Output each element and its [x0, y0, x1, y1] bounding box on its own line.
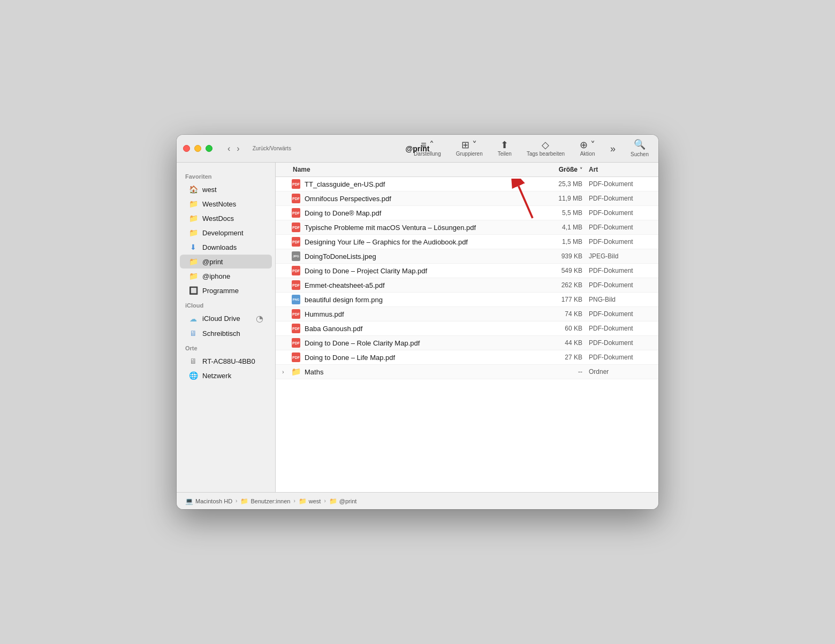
table-row[interactable]: PDF Hummus.pdf 74 KB PDF-Dokument — [276, 307, 658, 321]
file-size: 5,5 MB — [529, 209, 582, 217]
sidebar-item-westnotes[interactable]: 📁 WestNotes — [180, 197, 272, 211]
close-button[interactable] — [183, 145, 190, 152]
icloud-timer-icon: ◔ — [256, 313, 263, 324]
file-size: 549 KB — [529, 267, 582, 274]
col-kind-header[interactable]: Art — [582, 166, 652, 173]
file-name: Omnifocus Perspectives.pdf — [305, 195, 529, 203]
file-size: 1,5 MB — [529, 238, 582, 246]
search-icon: 🔍 — [634, 140, 646, 149]
favorites-label: Favoriten — [177, 169, 275, 182]
file-kind: PDF-Dokument — [582, 310, 652, 318]
table-row[interactable]: PDF Doing to Done® Map.pdf 5,5 MB PDF-Do… — [276, 206, 658, 220]
finder-window: ‹ › Zurück/Vorwärts @print ≡ ˄ Darstellu… — [177, 135, 658, 509]
table-row[interactable]: PDF Emmet-cheatsheet-a5.pdf 262 KB PDF-D… — [276, 278, 658, 293]
icloud-label: iCloud — [177, 298, 275, 311]
file-kind: PDF-Dokument — [582, 354, 652, 361]
file-name: Doing to Done – Project Clarity Map.pdf — [305, 267, 529, 275]
more-button[interactable]: » — [607, 143, 619, 155]
file-size: 60 KB — [529, 325, 582, 332]
tags-button[interactable]: ◇ Tags bearbeiten — [523, 139, 568, 158]
pdf-icon: PDF — [291, 323, 301, 334]
sidebar-item-print[interactable]: 📁 @print — [180, 255, 272, 269]
minimize-button[interactable] — [194, 145, 201, 152]
col-name-header[interactable]: Name — [282, 166, 529, 173]
pdf-icon: PDF — [291, 309, 301, 319]
file-kind: PDF-Dokument — [582, 180, 652, 188]
file-name: beautiful design form.png — [305, 296, 529, 304]
table-row[interactable]: PDF Designing Your Life – Graphics for t… — [276, 235, 658, 249]
table-row[interactable]: PDF Typische Probleme mit macOS Ventura … — [276, 220, 658, 235]
file-kind: PNG-Bild — [582, 296, 652, 303]
file-name: Doing to Done – Role Clarity Map.pdf — [305, 339, 529, 347]
sidebar-item-programme-label: Programme — [202, 287, 239, 295]
breadcrumb-print-label: @print — [339, 498, 357, 504]
table-row[interactable]: PDF Baba Ganoush.pdf 60 KB PDF-Dokument — [276, 321, 658, 336]
sidebar-item-west[interactable]: 🏠 west — [180, 182, 272, 196]
sidebar-item-westdocs[interactable]: 📁 WestDocs — [180, 211, 272, 225]
titlebar: ‹ › Zurück/Vorwärts @print ≡ ˄ Darstellu… — [177, 135, 658, 163]
sidebar-item-router-label: RT-AC88U-4BB0 — [202, 357, 255, 365]
file-name: Baba Ganoush.pdf — [305, 325, 529, 333]
table-row[interactable]: PDF Doing to Done – Project Clarity Map.… — [276, 264, 658, 278]
maximize-button[interactable] — [206, 145, 212, 152]
back-button[interactable]: ‹ — [225, 143, 232, 155]
file-name: Doing to Done® Map.pdf — [305, 209, 529, 217]
table-row[interactable]: PDF TT_classguide_en-US.pdf 25,3 MB PDF-… — [276, 177, 658, 191]
pdf-icon: PDF — [291, 179, 301, 189]
apps-icon: 🔲 — [188, 286, 198, 295]
sidebar-item-netzwerk-label: Netzwerk — [202, 372, 231, 380]
file-name: Doing to Done – Life Map.pdf — [305, 354, 529, 362]
forward-button[interactable]: › — [234, 143, 241, 155]
file-kind: PDF-Dokument — [582, 339, 652, 347]
file-name: Hummus.pdf — [305, 310, 529, 318]
sidebar-item-router[interactable]: 🖥 RT-AC88U-4BB0 — [180, 354, 272, 368]
sidebar-item-schreibtisch[interactable]: 🖥 Schreibtisch — [180, 326, 272, 340]
breadcrumb-users: 📁 Benutzer:innen — [240, 497, 290, 505]
sidebar-item-print-label: @print — [202, 258, 223, 266]
share-label: Teilen — [498, 151, 512, 157]
breadcrumb-hd: 💻 Macintosh HD — [185, 497, 232, 505]
breadcrumb-west-label: west — [309, 498, 321, 504]
pdf-icon: PDF — [291, 338, 301, 348]
col-size-header[interactable]: Größe ˅ — [529, 166, 582, 173]
table-row[interactable]: JPG DoingToDoneLists.jpeg 939 KB JPEG-Bi… — [276, 249, 658, 264]
sidebar-item-programme[interactable]: 🔲 Programme — [180, 283, 272, 297]
action-button[interactable]: ⊕ ˅ Aktion — [576, 139, 598, 158]
sidebar-item-westdocs-label: WestDocs — [202, 214, 234, 223]
file-name: TT_classguide_en-US.pdf — [305, 180, 529, 188]
group-button[interactable]: ⊞ ˅ Gruppieren — [453, 139, 486, 158]
group-icon: ⊞ ˅ — [461, 140, 477, 150]
sidebar-item-netzwerk[interactable]: 🌐 Netzwerk — [180, 369, 272, 382]
table-row[interactable]: › 📁 Maths -- Ordner — [276, 365, 658, 379]
sidebar-item-iphone[interactable]: 📁 @iphone — [180, 269, 272, 283]
home-icon: 🏠 — [188, 185, 198, 194]
file-kind: PDF-Dokument — [582, 238, 652, 246]
sidebar-item-iphone-label: @iphone — [202, 272, 230, 280]
file-size: 4,1 MB — [529, 224, 582, 231]
file-list: PDF TT_classguide_en-US.pdf 25,3 MB PDF-… — [276, 177, 658, 492]
sidebar-item-downloads[interactable]: ⬇ Downloads — [180, 240, 272, 254]
window-title: @print — [406, 144, 430, 153]
sidebar-item-icloud-drive[interactable]: ☁ iCloud Drive ◔ — [180, 311, 272, 326]
orte-label: Orte — [177, 341, 275, 354]
file-kind: JPEG-Bild — [582, 252, 652, 260]
statusbar: 💻 Macintosh HD › 📁 Benutzer:innen › 📁 we… — [177, 492, 658, 509]
table-row[interactable]: PDF Doing to Done – Role Clarity Map.pdf… — [276, 336, 658, 350]
file-name: Emmet-cheatsheet-a5.pdf — [305, 281, 529, 289]
search-button[interactable]: 🔍 Suchen — [627, 139, 652, 158]
table-row[interactable]: PNG beautiful design form.png 177 KB PNG… — [276, 293, 658, 307]
breadcrumb-print: 📁 @print — [329, 497, 357, 505]
file-size: 939 KB — [529, 252, 582, 260]
share-button[interactable]: ⬆ Teilen — [495, 139, 515, 158]
table-row[interactable]: PDF Doing to Done – Life Map.pdf 27 KB P… — [276, 350, 658, 365]
sidebar-item-development[interactable]: 📁 Development — [180, 226, 272, 240]
file-size: 177 KB — [529, 296, 582, 303]
folder-icon: 📁 — [188, 199, 198, 209]
pdf-icon: PDF — [291, 193, 301, 204]
table-row[interactable]: PDF Omnifocus Perspectives.pdf 11,9 MB P… — [276, 191, 658, 206]
sidebar: Favoriten 🏠 west 📁 WestNotes 📁 WestDocs … — [177, 163, 276, 492]
sidebar-item-westnotes-label: WestNotes — [202, 200, 236, 208]
pdf-icon: PDF — [291, 265, 301, 276]
breadcrumb-west: 📁 west — [299, 497, 321, 505]
network-icon: 🌐 — [188, 371, 198, 380]
